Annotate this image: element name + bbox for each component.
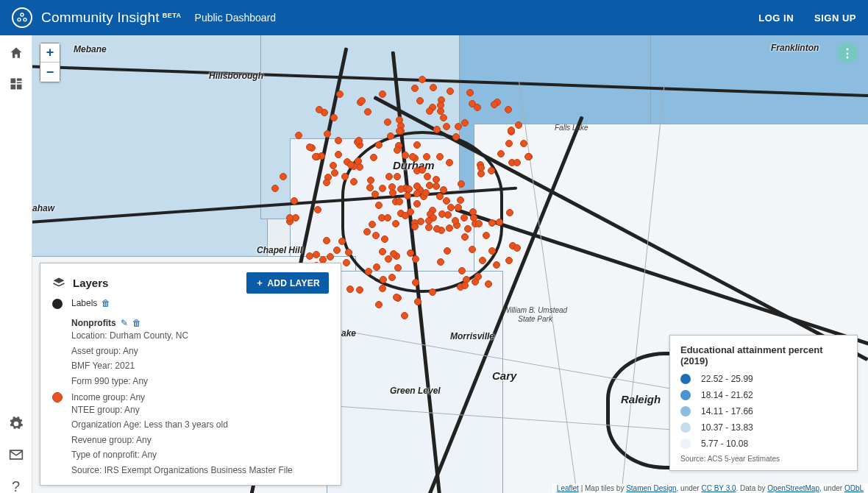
nonprofit-dot[interactable] bbox=[336, 91, 344, 98]
osm-link[interactable]: OpenStreetMap bbox=[767, 484, 819, 492]
nonprofit-dot[interactable] bbox=[513, 159, 521, 166]
login-link[interactable]: LOG IN bbox=[758, 13, 794, 24]
nonprofit-dot[interactable] bbox=[520, 140, 527, 147]
nonprofit-dot[interactable] bbox=[366, 184, 374, 191]
nonprofit-dot[interactable] bbox=[419, 166, 426, 174]
nonprofit-dot[interactable] bbox=[312, 153, 319, 160]
delete-labels-icon[interactable]: 🗑 bbox=[102, 298, 110, 308]
nonprofit-dot[interactable] bbox=[388, 183, 396, 191]
nonprofit-dot[interactable] bbox=[430, 84, 437, 91]
nonprofit-dot[interactable] bbox=[385, 255, 392, 263]
nonprofit-dot[interactable] bbox=[488, 167, 495, 174]
nonprofit-dot[interactable] bbox=[343, 259, 350, 266]
nonprofit-dot[interactable] bbox=[433, 126, 441, 133]
nonprofit-dot[interactable] bbox=[286, 214, 294, 221]
nonprofit-dot[interactable] bbox=[396, 116, 403, 124]
nonprofit-dot[interactable] bbox=[496, 219, 503, 226]
mail-icon[interactable] bbox=[9, 447, 24, 462]
nonprofit-dot[interactable] bbox=[375, 301, 383, 308]
nonprofit-dot[interactable] bbox=[452, 217, 459, 224]
nonprofit-dot[interactable] bbox=[452, 133, 460, 141]
nonprofit-dot[interactable] bbox=[385, 173, 393, 180]
odbl-link[interactable]: ODbL bbox=[844, 484, 864, 492]
nonprofit-dot[interactable] bbox=[379, 185, 386, 192]
nonprofit-dot[interactable] bbox=[508, 127, 515, 134]
nonprofit-dot[interactable] bbox=[411, 223, 419, 230]
nonprofit-dot[interactable] bbox=[455, 123, 462, 130]
nonprofit-dot[interactable] bbox=[396, 127, 403, 135]
zoom-in-button[interactable]: + bbox=[40, 43, 60, 63]
nonprofit-dot[interactable] bbox=[505, 257, 513, 264]
dashboard-icon[interactable] bbox=[9, 77, 24, 91]
nonprofit-dot[interactable] bbox=[394, 264, 402, 272]
nonprofit-dot[interactable] bbox=[379, 91, 386, 98]
nonprofit-dot[interactable] bbox=[475, 220, 483, 227]
nonprofit-dot[interactable] bbox=[371, 191, 379, 198]
nonprofit-dot[interactable] bbox=[488, 219, 496, 227]
nonprofit-dot[interactable] bbox=[461, 282, 469, 289]
edit-nonprofits-icon[interactable]: ✎ bbox=[121, 318, 128, 328]
nonprofit-dot[interactable] bbox=[444, 247, 451, 255]
nonprofit-dot[interactable] bbox=[440, 114, 447, 121]
nonprofit-dot[interactable] bbox=[330, 114, 338, 121]
nonprofit-dot[interactable] bbox=[440, 186, 447, 194]
nonprofit-dot[interactable] bbox=[412, 279, 419, 286]
nonprofit-dot[interactable] bbox=[405, 185, 413, 193]
nonprofit-dot[interactable] bbox=[424, 173, 431, 180]
nonprofit-dot[interactable] bbox=[505, 106, 512, 113]
delete-nonprofits-icon[interactable]: 🗑 bbox=[132, 318, 141, 328]
nonprofit-dot[interactable] bbox=[380, 276, 387, 283]
nonprofit-dot[interactable] bbox=[356, 286, 363, 294]
nonprofit-dot[interactable] bbox=[506, 209, 513, 216]
nonprofit-dot[interactable] bbox=[306, 143, 313, 151]
nonprofit-dot[interactable] bbox=[433, 225, 441, 233]
add-layer-button[interactable]: ＋ ADD LAYER bbox=[246, 272, 329, 294]
leaflet-link[interactable]: Leaflet bbox=[557, 484, 579, 492]
signup-link[interactable]: SIGN UP bbox=[814, 13, 856, 24]
nonprofit-dot[interactable] bbox=[335, 137, 342, 144]
nonprofit-dot[interactable] bbox=[369, 221, 376, 228]
map-canvas[interactable]: Durham Raleigh Cary Chapel Hill Hillsbor… bbox=[32, 35, 868, 493]
nonprofit-dot[interactable] bbox=[375, 141, 383, 149]
nonprofit-dot[interactable] bbox=[446, 224, 453, 232]
nonprofit-dot[interactable] bbox=[393, 294, 400, 301]
nonprofit-dot[interactable] bbox=[425, 224, 433, 231]
nonprofit-dot[interactable] bbox=[423, 153, 430, 160]
nonprofit-dot[interactable] bbox=[373, 263, 380, 271]
stamen-link[interactable]: Stamen Design bbox=[626, 484, 676, 492]
nonprofit-dot[interactable] bbox=[402, 152, 409, 159]
nonprofit-dot[interactable] bbox=[446, 159, 453, 166]
nonprofit-dot[interactable] bbox=[387, 132, 394, 140]
nonprofit-dot[interactable] bbox=[381, 235, 388, 243]
nonprofit-dot[interactable] bbox=[447, 88, 454, 95]
nonprofit-dot[interactable] bbox=[455, 204, 462, 211]
nonprofit-dot[interactable] bbox=[505, 140, 513, 147]
zoom-out-button[interactable]: − bbox=[40, 63, 60, 82]
nonprofit-dot[interactable] bbox=[474, 273, 482, 280]
nonprofit-dot[interactable] bbox=[402, 212, 409, 219]
nonprofit-dot[interactable] bbox=[425, 217, 433, 224]
help-icon[interactable]: ? bbox=[9, 478, 24, 493]
home-icon[interactable] bbox=[9, 46, 24, 60]
cc-link[interactable]: CC BY 3.0 bbox=[701, 484, 736, 492]
nonprofit-dot[interactable] bbox=[483, 232, 490, 239]
nonprofit-dot[interactable] bbox=[470, 214, 477, 221]
nonprofit-dot[interactable] bbox=[419, 76, 426, 83]
nonprofit-dot[interactable] bbox=[485, 280, 492, 288]
nonprofit-dot[interactable] bbox=[291, 197, 298, 205]
nonprofit-dot[interactable] bbox=[313, 251, 320, 258]
nonprofit-dot[interactable] bbox=[324, 130, 331, 138]
nonprofit-dot[interactable] bbox=[404, 192, 411, 199]
nonprofit-dot[interactable] bbox=[379, 285, 386, 292]
nonprofit-dot[interactable] bbox=[457, 196, 464, 204]
map-menu-button[interactable]: ⋮ bbox=[837, 43, 858, 63]
nonprofit-dot[interactable] bbox=[384, 118, 391, 126]
nonprofit-dot[interactable] bbox=[358, 97, 366, 104]
nonprofit-dot[interactable] bbox=[397, 185, 405, 193]
nonprofit-dot[interactable] bbox=[413, 141, 421, 149]
nonprofit-dot[interactable] bbox=[488, 247, 496, 255]
nonprofit-dot[interactable] bbox=[438, 210, 446, 218]
nonprofit-dot[interactable] bbox=[323, 179, 330, 186]
nonprofit-dot[interactable] bbox=[436, 193, 444, 200]
gear-icon[interactable] bbox=[9, 416, 24, 431]
